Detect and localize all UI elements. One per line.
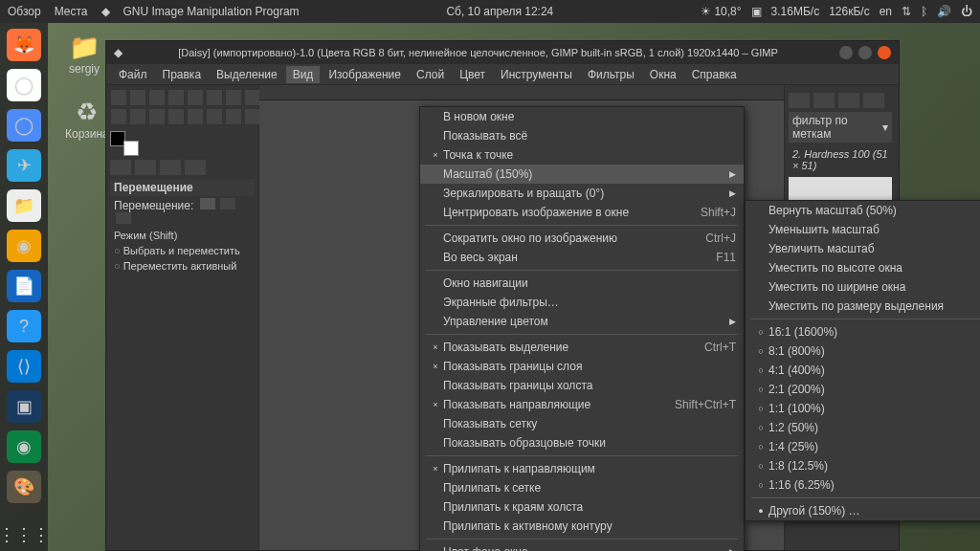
menu-item[interactable]: ○4:1 (400%)3: [746, 361, 980, 380]
move-target-selection[interactable]: [220, 198, 235, 209]
menu-справка[interactable]: Справка: [685, 66, 744, 83]
dock-chromium[interactable]: ◯: [7, 109, 41, 142]
menu-item[interactable]: Цвет фона окна▶: [420, 542, 744, 551]
menu-item[interactable]: В новом окне: [420, 107, 744, 126]
dock-apps[interactable]: ⋮⋮⋮: [7, 518, 41, 551]
tab-device[interactable]: [135, 160, 156, 175]
dock-virtualbox[interactable]: ▣: [7, 390, 41, 423]
lang-indicator[interactable]: en: [880, 5, 892, 18]
dock-anydesk[interactable]: ◉: [7, 430, 41, 463]
menu-item[interactable]: ○1:16 (6.25%)Shift+5: [746, 475, 980, 495]
tool-2[interactable]: [148, 89, 166, 106]
dock-telegram[interactable]: ✈: [7, 149, 41, 182]
app-menu[interactable]: GNU Image Manipulation Program: [123, 5, 300, 18]
menu-слой[interactable]: Слой: [410, 66, 451, 83]
menu-файл[interactable]: Файл: [112, 66, 154, 83]
dock-writer[interactable]: 📄: [7, 270, 41, 302]
tool-12[interactable]: [187, 108, 204, 125]
menu-item[interactable]: Во весь экранF11: [420, 248, 744, 267]
tool-3[interactable]: [167, 89, 185, 106]
move-target-layer[interactable]: [200, 198, 215, 209]
menu-item[interactable]: Показывать границы холста: [420, 376, 744, 395]
menu-item[interactable]: Сократить окно по изображениюCtrl+J: [420, 229, 744, 248]
menu-item[interactable]: ○16:1 (1600%)5: [746, 322, 980, 342]
tool-13[interactable]: [206, 108, 223, 125]
menu-item[interactable]: Уместить по высоте окнаShift+Ctrl+J: [746, 258, 980, 277]
volume-icon[interactable]: 🔊: [937, 5, 951, 18]
tool-14[interactable]: [225, 108, 242, 125]
tab-brushes[interactable]: [789, 93, 810, 108]
dock-files[interactable]: 📁: [7, 189, 41, 222]
tool-10[interactable]: [148, 108, 166, 125]
desktop-home[interactable]: 📁sergiy: [69, 33, 100, 76]
menu-item[interactable]: Экранные фильтры…: [420, 293, 744, 312]
menu-item[interactable]: ○2:1 (200%)2: [746, 380, 980, 399]
menu-инструменты[interactable]: Инструменты: [494, 66, 579, 83]
menu-item[interactable]: Показывать сетку: [420, 414, 744, 433]
tab-tool-options[interactable]: [110, 160, 131, 175]
menu-item[interactable]: Зеркалировать и вращать (0°)▶: [420, 184, 744, 203]
tool-1[interactable]: [129, 89, 146, 106]
menu-item[interactable]: Прилипать к активному контуру: [420, 517, 744, 536]
desktop-trash[interactable]: ♻Корзина: [65, 98, 109, 141]
tool-0[interactable]: [110, 89, 127, 106]
menu-item[interactable]: Прилипать к краям холста: [420, 497, 744, 517]
menu-item[interactable]: ×Прилипать к направляющим: [420, 459, 744, 478]
color-swatches[interactable]: [110, 131, 139, 156]
tab-history[interactable]: [863, 93, 884, 108]
menu-изображение[interactable]: Изображение: [322, 66, 408, 83]
menu-item[interactable]: ○1:4 (25%)Shift+3: [746, 437, 980, 456]
close-button[interactable]: [878, 46, 891, 59]
activities[interactable]: Обзор: [8, 5, 41, 18]
menu-item[interactable]: ○1:1 (100%)1: [746, 399, 980, 418]
menu-item[interactable]: ○1:2 (50%)Shift+2: [746, 418, 980, 437]
tool-8[interactable]: [110, 108, 127, 125]
menu-item[interactable]: Окно навигации: [420, 274, 744, 293]
menu-item[interactable]: Уменьшить масштаб-: [746, 220, 980, 239]
menu-item[interactable]: ○8:1 (800%)4: [746, 342, 980, 361]
tool-5[interactable]: [206, 89, 223, 106]
dock-chrome[interactable]: ◯: [7, 69, 41, 101]
menu-item[interactable]: Прилипать к сетке: [420, 478, 744, 497]
dock-vscode[interactable]: ⟨⟩: [7, 350, 41, 383]
menu-item[interactable]: Вернуть масштаб (50%)`: [746, 201, 980, 220]
dock-rhythmbox[interactable]: ◉: [7, 230, 41, 262]
tab-patterns[interactable]: [813, 93, 835, 108]
menu-item[interactable]: Показывать образцовые точки: [420, 433, 744, 452]
move-active[interactable]: Переместить активный: [110, 258, 255, 274]
maximize-button[interactable]: [858, 46, 872, 59]
bluetooth-icon[interactable]: ᛒ: [921, 5, 927, 18]
menu-окна[interactable]: Окна: [643, 66, 683, 83]
menu-правка[interactable]: Правка: [156, 66, 209, 83]
move-target-path[interactable]: [116, 212, 131, 224]
menu-вид[interactable]: Вид: [286, 66, 321, 83]
tool-4[interactable]: [187, 89, 204, 106]
menu-item[interactable]: Центрировать изображение в окнеShift+J: [420, 203, 744, 222]
tool-6[interactable]: [225, 89, 242, 106]
menu-item[interactable]: ×Показывать границы слоя: [420, 357, 744, 376]
menu-item[interactable]: ×Точка к точке: [420, 145, 744, 165]
move-pick[interactable]: Выбрать и переместить: [110, 243, 255, 258]
menu-item[interactable]: Показывать всё: [420, 126, 744, 145]
menu-item[interactable]: Уместить по размеру выделения: [746, 297, 980, 316]
menu-item[interactable]: Увеличить масштаб+: [746, 239, 980, 258]
menu-item[interactable]: ○1:8 (12.5%)Shift+4: [746, 456, 980, 475]
filter-tags-input[interactable]: фильтр по меткам▾: [789, 112, 892, 143]
dock-help[interactable]: ?: [7, 310, 41, 342]
network-icon[interactable]: ⇅: [902, 5, 911, 18]
tool-11[interactable]: [167, 108, 185, 125]
menu-выделение[interactable]: Выделение: [210, 66, 284, 83]
tab-fonts[interactable]: [838, 93, 859, 108]
menu-item[interactable]: ●Другой (150%) …: [746, 501, 980, 520]
tool-9[interactable]: [129, 108, 146, 125]
minimize-button[interactable]: [839, 46, 853, 59]
places-menu[interactable]: Места: [55, 5, 88, 18]
dock-gimp[interactable]: 🎨: [7, 471, 41, 503]
canvas-area[interactable]: В новом окнеПоказывать всё×Точка к точке…: [259, 85, 784, 550]
tab-undo[interactable]: [185, 160, 206, 175]
dock-firefox[interactable]: 🦊: [7, 29, 41, 61]
menu-фильтры[interactable]: Фильтры: [581, 66, 641, 83]
color-icon[interactable]: ▣: [751, 5, 762, 18]
menu-item[interactable]: Уместить по ширине окна: [746, 277, 980, 297]
menu-item[interactable]: ×Показывать направляющиеShift+Ctrl+T: [420, 395, 744, 414]
